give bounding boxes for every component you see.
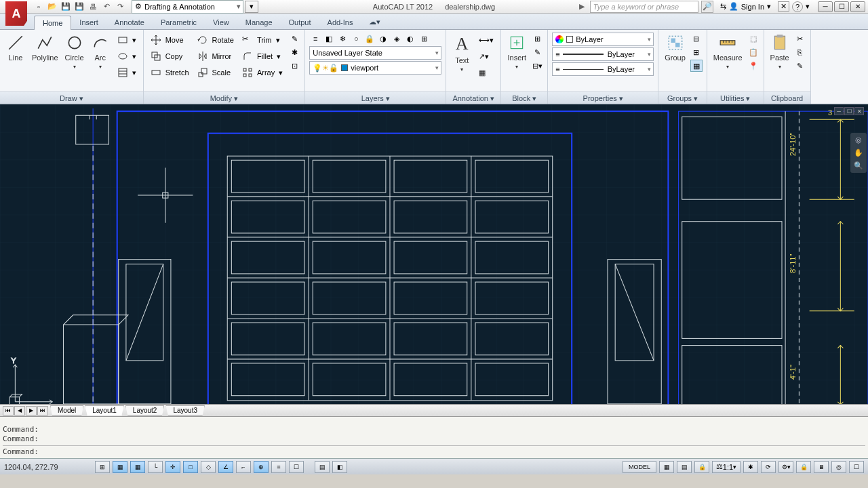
isolate-icon[interactable]: ◎ <box>831 461 846 473</box>
panel-title-groups[interactable]: Groups ▾ <box>658 92 707 104</box>
undo-icon[interactable]: ↶ <box>100 1 113 12</box>
group-edit-icon[interactable]: ⊞ <box>690 46 703 58</box>
ungroup-icon[interactable]: ⊟ <box>690 33 703 45</box>
snap-toggle[interactable]: ▦ <box>113 461 127 473</box>
layer-freeze-icon[interactable]: ❄ <box>336 33 349 45</box>
line-button[interactable]: Line <box>4 33 27 63</box>
help-dropdown[interactable]: ▾ <box>806 2 810 11</box>
sb-grid-icon[interactable]: ▦ <box>659 461 674 473</box>
workspace-flyout[interactable]: ▾ <box>245 1 258 13</box>
group-bbox-icon[interactable]: ▦ <box>690 60 703 72</box>
panel-title-block[interactable]: Block ▾ <box>501 92 547 104</box>
signin-dropdown[interactable]: ▾ <box>767 2 771 11</box>
stretch-button[interactable]: Stretch <box>148 65 192 80</box>
tab-express[interactable]: ☁▾ <box>361 15 389 29</box>
tab-output[interactable]: Output <box>281 16 319 29</box>
polar-toggle[interactable]: ✛ <box>165 461 180 473</box>
ortho-toggle[interactable]: └ <box>148 461 163 473</box>
otrack-toggle[interactable]: ∠ <box>218 461 233 473</box>
create-block-icon[interactable]: ⊞ <box>531 33 543 45</box>
nav-zoom-icon[interactable]: 🔍 <box>852 161 865 170</box>
polyline-button[interactable]: Polyline <box>30 33 60 63</box>
move-button[interactable]: Move <box>148 33 192 47</box>
nav-wheel-icon[interactable]: ◎ <box>852 136 865 144</box>
infer-toggle[interactable]: ⊞ <box>95 461 110 473</box>
save-icon[interactable]: 💾 <box>60 1 72 12</box>
layer-state-dropdown[interactable]: Unsaved Layer State <box>309 46 441 60</box>
cut-icon[interactable]: ✂ <box>794 33 806 45</box>
linetype-dropdown[interactable]: ≡ByLayer <box>552 47 654 61</box>
workspace-dropdown[interactable]: ⚙ Drafting & Annotation <box>132 0 243 14</box>
arc-button[interactable]: Arc▾ <box>89 33 112 71</box>
layer-prev-icon[interactable]: ◐ <box>404 33 416 45</box>
clean-screen-icon[interactable]: ☐ <box>849 461 864 473</box>
rect-icon[interactable]: ▾ <box>115 33 139 47</box>
leader-icon[interactable]: ↗▾ <box>476 49 496 64</box>
trim-button[interactable]: ✂Trim ▾ <box>239 33 285 47</box>
panel-title-annotation[interactable]: Annotation ▾ <box>446 92 500 104</box>
sc-toggle[interactable]: ◧ <box>332 461 347 473</box>
exchange-icon[interactable]: ⇆ <box>720 2 726 11</box>
layer-lock-icon[interactable]: 🔒 <box>363 33 376 45</box>
edit-block-icon[interactable]: ✎ <box>531 46 543 58</box>
tab-parametric[interactable]: Parametric <box>153 16 205 29</box>
lt-prev-icon[interactable]: ◀ <box>14 406 25 415</box>
lwt-toggle[interactable]: ≡ <box>271 461 286 473</box>
tpy-toggle[interactable]: ☐ <box>289 461 304 473</box>
hardware-icon[interactable]: 🖥 <box>814 461 829 473</box>
match-icon[interactable]: ✎ <box>794 60 806 72</box>
qp-toggle[interactable]: ▤ <box>315 461 330 473</box>
minimize-button[interactable]: ─ <box>818 1 833 12</box>
layer-current-dropdown[interactable]: 💡☀🔓 viewport <box>309 61 441 75</box>
quickcalc-icon[interactable]: 📋 <box>747 46 760 58</box>
tab-annotate[interactable]: Annotate <box>106 16 153 29</box>
drawing-canvas[interactable]: 24'-10" 8'-11" 4'-1" 3 Y ─ ☐ ✕ ◎ ✋ 🔍 <box>0 104 868 404</box>
open-icon[interactable]: 📂 <box>46 1 58 12</box>
rotate-button[interactable]: Rotate <box>195 33 237 47</box>
mirror-button[interactable]: Mirror <box>195 49 237 64</box>
close-button[interactable]: ✕ <box>850 1 865 12</box>
lineweight-dropdown[interactable]: ≡ByLayer <box>552 62 654 76</box>
tab-insert[interactable]: Insert <box>71 16 106 29</box>
ducs-toggle[interactable]: ⌐ <box>236 461 251 473</box>
table-icon[interactable]: ▦ <box>476 65 496 80</box>
layer-merge-icon[interactable]: ⊞ <box>418 33 430 45</box>
annoauto-icon[interactable]: ⟳ <box>761 461 776 473</box>
copy-clip-icon[interactable]: ⎘ <box>794 46 806 58</box>
command-window[interactable]: Command: Command: Command: <box>0 416 868 458</box>
tab-layout3[interactable]: Layout3 <box>165 405 205 415</box>
close-panel-icon[interactable]: ✕ <box>778 1 789 12</box>
model-space-button[interactable]: MODEL <box>623 461 656 473</box>
measure-button[interactable]: Measure▾ <box>711 33 745 71</box>
layer-off-icon[interactable]: ○ <box>350 33 362 45</box>
annoscale-lock-icon[interactable]: 🔒 <box>694 461 709 473</box>
color-dropdown[interactable]: ByLayer <box>552 33 654 46</box>
text-button[interactable]: AText▾ <box>450 33 473 74</box>
lt-first-icon[interactable]: ⏮ <box>3 406 14 415</box>
array-button[interactable]: Array ▾ <box>239 65 285 80</box>
vp-close-icon[interactable]: ✕ <box>854 107 864 115</box>
tab-manage[interactable]: Manage <box>237 16 281 29</box>
panel-title-properties[interactable]: Properties ▾ <box>548 92 658 104</box>
select-icon[interactable]: ⬚ <box>747 33 760 45</box>
edit-attr-icon[interactable]: ⊟▾ <box>531 60 543 72</box>
dyn-toggle[interactable]: ⊕ <box>254 461 269 473</box>
paste-button[interactable]: Paste▾ <box>768 33 791 71</box>
print-icon[interactable]: 🖶 <box>87 1 99 12</box>
grid-toggle[interactable]: ▦ <box>130 461 145 473</box>
nav-pan-icon[interactable]: ✋ <box>852 148 865 157</box>
maximize-button[interactable]: ☐ <box>834 1 849 12</box>
dimension-icon[interactable]: ⟷▾ <box>476 33 496 47</box>
tab-layout1[interactable]: Layout1 <box>85 405 124 415</box>
tab-view[interactable]: View <box>205 16 237 29</box>
3dosnap-toggle[interactable]: ◇ <box>201 461 216 473</box>
help-icon[interactable]: ? <box>792 1 803 12</box>
fillet-button[interactable]: Fillet ▾ <box>239 49 285 64</box>
lt-next-icon[interactable]: ▶ <box>26 406 37 415</box>
id-point-icon[interactable]: 📍 <box>747 60 760 72</box>
new-icon[interactable]: ▫ <box>33 1 45 12</box>
hatch-icon[interactable]: ▾ <box>115 65 139 80</box>
panel-title-layers[interactable]: Layers ▾ <box>305 92 446 104</box>
offset-icon[interactable]: ⊡ <box>288 60 300 72</box>
panel-title-modify[interactable]: Modify ▾ <box>144 92 305 104</box>
